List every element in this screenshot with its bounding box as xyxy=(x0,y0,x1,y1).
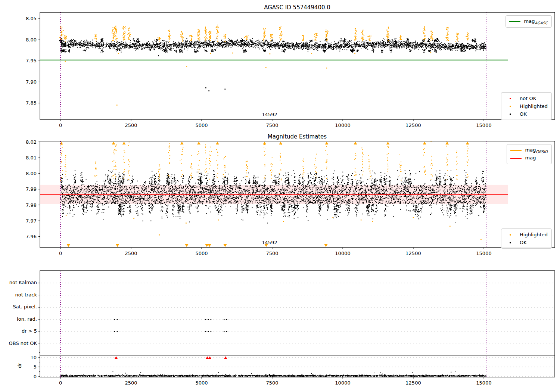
svg-text:12500: 12500 xyxy=(405,380,421,386)
plot1-obsid-annotation: 14592 xyxy=(262,112,277,117)
svg-text:7.99: 7.99 xyxy=(26,186,37,192)
plot2-obsid-annotation: 14592 xyxy=(262,240,277,245)
obsid-line-swatch xyxy=(510,150,522,151)
figure: 02500500075001000012500150008.058.007.95… xyxy=(0,0,560,392)
not-ok-dot-swatch xyxy=(505,98,516,99)
svg-text:10000: 10000 xyxy=(335,122,350,128)
svg-text:7.95: 7.95 xyxy=(26,58,37,63)
legend-item-mag: mag xyxy=(510,154,548,162)
svg-text:0: 0 xyxy=(59,251,62,256)
svg-text:7.85: 7.85 xyxy=(26,100,37,106)
plot3-grid xyxy=(40,283,555,376)
legend-item-highlighted: Highlighted xyxy=(505,102,548,110)
svg-text:0: 0 xyxy=(59,380,62,386)
ok-dot-swatch xyxy=(505,242,516,243)
svg-text:7500: 7500 xyxy=(266,380,278,386)
svg-text:8.00: 8.00 xyxy=(26,171,37,176)
legend-label: magOBSID xyxy=(525,147,548,154)
legend-item-not-ok: not OK xyxy=(505,94,548,102)
plot1-obsid-boundaries xyxy=(60,12,486,119)
plot3-not-ok-clipped-markers xyxy=(115,357,227,359)
plot1-title: AGASC ID 557449400.0 xyxy=(264,4,330,11)
legend-label: Highlighted xyxy=(520,103,548,109)
mag-line-swatch xyxy=(510,158,522,159)
dr-axis-label: dr xyxy=(17,363,22,368)
svg-text:7500: 7500 xyxy=(266,251,278,256)
plot2-title: Magnitude Estimates xyxy=(268,133,327,140)
svg-text:7.90: 7.90 xyxy=(26,79,37,85)
legend-mag-agasc: magAGASC xyxy=(505,15,552,28)
svg-text:5000: 5000 xyxy=(195,380,208,386)
svg-text:7.96: 7.96 xyxy=(26,234,37,239)
svg-text:8.00: 8.00 xyxy=(26,37,37,43)
plot3-obsid-boundaries xyxy=(60,271,486,377)
legend-label: magAGASC xyxy=(524,18,548,25)
plot1-highlighted-points xyxy=(59,25,469,106)
flag-label-dr-gt-5: dr > 5 xyxy=(22,328,37,334)
svg-text:2500: 2500 xyxy=(125,251,137,256)
legend-label: not OK xyxy=(520,96,536,101)
plot3-axes: 02500500075001000012500150001050 xyxy=(30,271,555,386)
legend-item-mag-agasc: magAGASC xyxy=(509,18,548,25)
svg-text:15000: 15000 xyxy=(476,380,491,386)
svg-text:10000: 10000 xyxy=(335,251,350,256)
flag-label-obs-not-ok: OBS not OK xyxy=(9,340,37,346)
legend-label: Highlighted xyxy=(520,232,548,237)
svg-text:15000: 15000 xyxy=(476,251,491,256)
svg-text:8.02: 8.02 xyxy=(26,139,37,145)
legend-plot1-points: not OK Highlighted OK xyxy=(501,92,552,120)
svg-text:7.97: 7.97 xyxy=(26,218,37,224)
svg-text:7500: 7500 xyxy=(266,122,278,128)
legend-mag-lines: magOBSID mag xyxy=(507,144,552,164)
svg-text:8.01: 8.01 xyxy=(26,155,37,161)
legend-item-highlighted: Highlighted xyxy=(505,231,548,239)
legend-plot2-points: Highlighted OK xyxy=(501,228,552,249)
legend-item-mag-obsid: magOBSID xyxy=(510,146,548,154)
svg-text:2500: 2500 xyxy=(125,380,137,386)
svg-text:8.05: 8.05 xyxy=(26,16,37,21)
legend-label: OK xyxy=(520,111,527,117)
flag-label-not-track: not track xyxy=(15,292,37,298)
highlighted-dot-swatch xyxy=(505,234,516,236)
plot1-ok-points xyxy=(59,38,486,91)
plot3-ok-points xyxy=(60,319,486,377)
svg-text:12500: 12500 xyxy=(405,122,421,128)
flag-label-not-kalman: not Kalman xyxy=(9,280,37,285)
svg-text:5000: 5000 xyxy=(195,122,208,128)
plot1-axes: 02500500075001000012500150008.058.007.95… xyxy=(26,12,555,128)
svg-text:10: 10 xyxy=(30,355,37,360)
svg-text:5: 5 xyxy=(34,364,37,370)
highlighted-dot-swatch xyxy=(505,106,516,107)
legend-label: OK xyxy=(520,240,527,245)
plots-canvas: 02500500075001000012500150008.058.007.95… xyxy=(0,0,560,392)
svg-text:0: 0 xyxy=(59,122,62,128)
ok-dot-swatch xyxy=(505,113,516,115)
svg-text:7.98: 7.98 xyxy=(26,202,37,208)
svg-text:10000: 10000 xyxy=(335,380,350,386)
legend-label: mag xyxy=(525,155,536,162)
svg-text:15000: 15000 xyxy=(476,122,491,128)
svg-text:2500: 2500 xyxy=(125,122,137,128)
svg-text:0: 0 xyxy=(34,374,37,379)
svg-text:12500: 12500 xyxy=(405,251,421,256)
flag-label-ion-rad: Ion. rad. xyxy=(17,316,37,322)
flag-label-sat-pixel: Sat. pixel. xyxy=(13,304,37,309)
legend-item-ok: OK xyxy=(505,239,548,246)
legend-item-ok: OK xyxy=(505,110,548,118)
svg-text:5000: 5000 xyxy=(195,251,208,256)
agasc-line-swatch xyxy=(509,21,520,22)
